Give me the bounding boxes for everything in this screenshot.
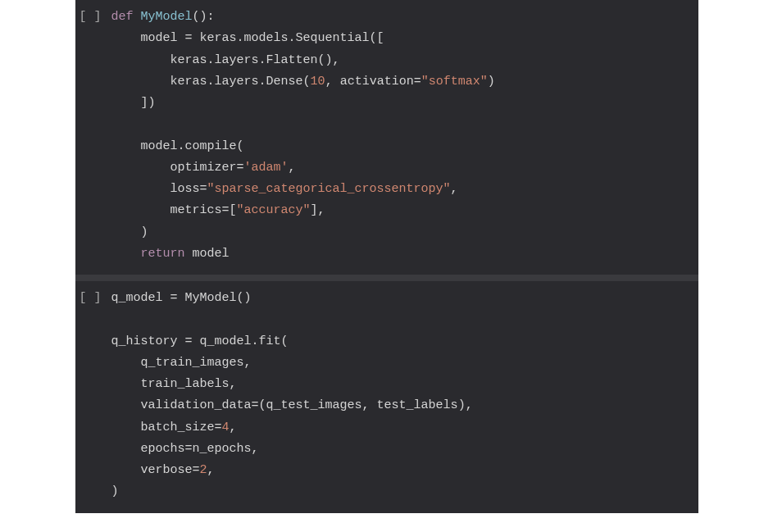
code-token: 'adam' <box>244 161 289 175</box>
notebook-container: [ ] def MyModel(): model = keras.models.… <box>75 0 698 513</box>
code-cell[interactable]: [ ] def MyModel(): model = keras.models.… <box>75 0 698 275</box>
code-token: . <box>289 31 296 45</box>
code-token: q_train_images <box>111 356 244 370</box>
code-token: , <box>451 182 458 196</box>
code-token: verbose <box>111 463 193 477</box>
code-token: . <box>207 75 215 89</box>
code-token: layers <box>215 75 259 89</box>
code-token: , <box>325 75 340 89</box>
code-token: models <box>244 31 289 45</box>
code-token: , <box>244 356 252 370</box>
code-token: q_test_images <box>266 398 362 412</box>
code-token: , <box>207 463 215 477</box>
code-token: ], <box>311 203 325 217</box>
code-token: = <box>171 291 178 305</box>
code-token: ( <box>281 334 289 348</box>
code-token: q_history <box>111 334 185 348</box>
code-token: . <box>259 53 266 67</box>
code-token: () <box>237 291 252 305</box>
code-token: keras <box>111 75 207 89</box>
code-token: ) <box>111 484 119 498</box>
code-token: = <box>215 421 222 434</box>
code-token: "accuracy" <box>237 203 311 217</box>
code-token: 2 <box>200 463 207 477</box>
code-token: "softmax" <box>421 75 488 89</box>
code-token: ( <box>237 139 244 153</box>
code-token: batch_size <box>111 421 215 434</box>
code-token: optimizer <box>111 161 237 175</box>
code-token: q_model <box>111 291 171 305</box>
code-token: = <box>237 161 244 175</box>
code-token: keras <box>193 31 237 45</box>
cell-prompt: [ ] <box>75 7 111 265</box>
code-token: = <box>222 203 230 217</box>
code-token: = <box>414 75 421 89</box>
code-token <box>134 10 141 24</box>
code-token: ) <box>111 225 148 239</box>
code-token: , <box>230 421 237 434</box>
code-token: , <box>289 161 296 175</box>
code-token: Sequential <box>296 31 370 45</box>
code-token: , <box>252 442 259 456</box>
code-token: ]) <box>111 96 156 110</box>
code-token: fit <box>259 334 281 348</box>
code-token: ), <box>458 398 473 412</box>
code-token: Dense <box>266 75 303 89</box>
code-token: = <box>200 182 207 196</box>
code-token: , <box>230 377 237 391</box>
code-token: . <box>178 139 185 153</box>
code-token: n_epochs <box>193 442 252 456</box>
code-token: layers <box>215 53 259 67</box>
code-token: validation_data <box>111 398 252 412</box>
code-token: keras <box>111 53 207 67</box>
code-token: 10 <box>311 75 325 89</box>
code-token: . <box>207 53 215 67</box>
code-token: 4 <box>222 421 230 434</box>
code-token: model <box>111 139 178 153</box>
code-token: . <box>252 334 259 348</box>
code-token: [ <box>230 203 237 217</box>
code-token: activation <box>340 75 414 89</box>
code-token: (): <box>193 10 215 24</box>
code-token: epochs <box>111 442 185 456</box>
code-token: model <box>111 31 185 45</box>
cell-code[interactable]: q_model = MyModel() q_history = q_model.… <box>111 288 698 503</box>
code-token: test_labels <box>377 398 458 412</box>
code-token: ([ <box>370 31 384 45</box>
code-token: q_model <box>193 334 252 348</box>
code-token: train_labels <box>111 377 230 391</box>
code-token: . <box>259 75 266 89</box>
code-token: loss <box>111 182 200 196</box>
code-token: compile <box>185 139 237 153</box>
cell-code[interactable]: def MyModel(): model = keras.models.Sequ… <box>111 7 698 265</box>
code-token: ( <box>259 398 266 412</box>
code-token: metrics <box>111 203 222 217</box>
code-token: = <box>252 398 259 412</box>
code-token: = <box>193 463 200 477</box>
code-token: = <box>185 334 193 348</box>
code-token: . <box>237 31 244 45</box>
code-token: "sparse_categorical_crossentropy" <box>207 182 451 196</box>
code-token: model <box>185 247 230 261</box>
code-token: = <box>185 31 193 45</box>
code-token: def <box>111 10 134 24</box>
code-token: (), <box>318 53 340 67</box>
code-token: = <box>185 442 193 456</box>
code-token <box>111 247 141 261</box>
code-token: MyModel <box>178 291 237 305</box>
code-token: return <box>141 247 185 261</box>
cell-prompt: [ ] <box>75 288 111 503</box>
code-token: ( <box>303 75 311 89</box>
code-token: , <box>362 398 377 412</box>
cell-separator <box>75 275 698 281</box>
code-token: Flatten <box>266 53 318 67</box>
code-cell[interactable]: [ ] q_model = MyModel() q_history = q_mo… <box>75 281 698 513</box>
code-token: MyModel <box>141 10 193 24</box>
code-token: ) <box>488 75 495 89</box>
